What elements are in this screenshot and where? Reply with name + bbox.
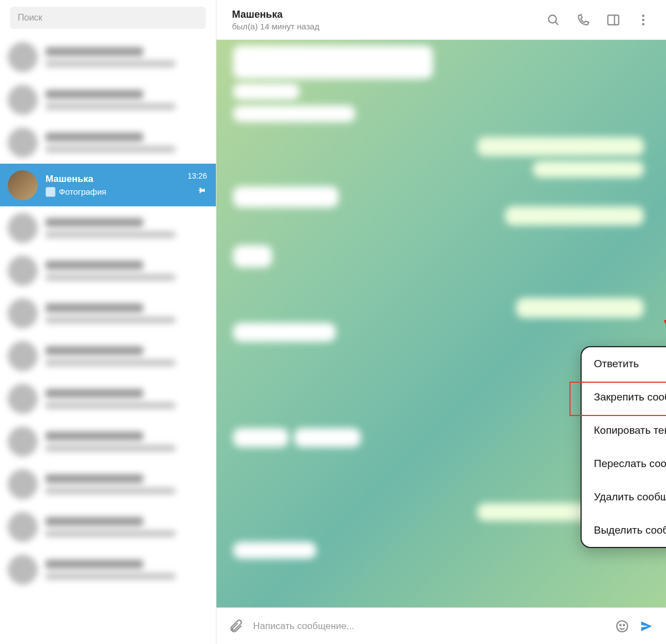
sidebar: Машенька Фотография 13:26 xyxy=(0,0,216,644)
chat-subtitle-text: Фотография xyxy=(59,187,106,196)
context-menu: Ответить Закрепить сообщение Копировать … xyxy=(581,346,666,548)
svg-point-5 xyxy=(642,18,644,21)
chat-body[interactable]: Ответить Закрепить сообщение Копировать … xyxy=(216,40,666,607)
message-bubble xyxy=(233,105,355,122)
message-bubble xyxy=(477,137,644,156)
chat-main: Машенька был(а) 14 минут назад xyxy=(216,0,666,644)
message-bubble xyxy=(516,298,644,318)
message-bubble xyxy=(233,83,300,100)
chat-time: 13:26 xyxy=(188,171,207,180)
chat-item-blurred xyxy=(0,292,216,334)
chat-list[interactable]: Машенька Фотография 13:26 xyxy=(0,36,216,644)
chat-item-blurred xyxy=(0,36,216,78)
svg-point-0 xyxy=(548,15,556,23)
call-icon[interactable] xyxy=(576,13,591,27)
chat-item-blurred xyxy=(0,420,216,463)
chat-item-blurred xyxy=(0,78,216,121)
more-icon[interactable] xyxy=(636,13,650,27)
message-bubble xyxy=(533,161,644,178)
svg-line-1 xyxy=(556,22,558,24)
chat-header: Машенька был(а) 14 минут назад xyxy=(216,0,666,40)
pin-icon xyxy=(197,186,206,197)
message-bubble xyxy=(233,542,316,559)
chat-item-blurred xyxy=(0,334,216,377)
chat-item-blurred xyxy=(0,505,216,548)
header-actions xyxy=(546,13,650,27)
chat-item-blurred xyxy=(0,206,216,249)
message-bubble xyxy=(233,45,433,79)
app-root: Машенька Фотография 13:26 xyxy=(0,0,666,644)
ctx-item-delete[interactable]: Удалить сообщение xyxy=(582,480,666,514)
ctx-item-forward[interactable]: Переслать сообщение xyxy=(582,447,666,480)
chat-name: Машенька xyxy=(46,174,208,185)
search-input[interactable] xyxy=(10,7,206,29)
chat-status: был(а) 14 минут назад xyxy=(232,22,546,31)
message-bubble xyxy=(233,245,272,267)
photo-icon xyxy=(46,187,56,197)
ctx-item-select[interactable]: Выделить сообщение xyxy=(582,514,666,547)
attach-icon[interactable] xyxy=(229,619,243,633)
svg-point-9 xyxy=(617,621,628,632)
ctx-item-reply[interactable]: Ответить xyxy=(582,347,666,381)
svg-point-11 xyxy=(623,624,624,625)
svg-point-6 xyxy=(642,23,644,25)
annotation-arrow-icon xyxy=(662,220,666,353)
message-bubble xyxy=(233,323,336,342)
search-icon[interactable] xyxy=(546,13,561,27)
chat-item-blurred xyxy=(0,548,216,591)
chat-item-blurred xyxy=(0,249,216,292)
message-input[interactable] xyxy=(253,621,605,632)
chat-item-blurred xyxy=(0,121,216,164)
chat-subtitle: Фотография xyxy=(46,187,208,197)
ctx-item-copy[interactable]: Копировать текст xyxy=(582,414,666,447)
message-bubble xyxy=(233,186,339,207)
search-wrap xyxy=(0,0,216,36)
message-bubble xyxy=(233,428,289,447)
svg-point-10 xyxy=(620,624,621,625)
svg-rect-2 xyxy=(608,15,619,24)
ctx-item-pin[interactable]: Закрепить сообщение xyxy=(582,381,666,414)
chat-item-selected[interactable]: Машенька Фотография 13:26 xyxy=(0,164,216,206)
avatar xyxy=(8,170,38,200)
chat-item-blurred xyxy=(0,377,216,420)
composer xyxy=(216,607,666,644)
svg-point-4 xyxy=(642,14,644,17)
send-icon[interactable] xyxy=(639,619,654,633)
message-bubble xyxy=(294,428,361,447)
emoji-icon[interactable] xyxy=(615,619,629,633)
sidepanel-icon[interactable] xyxy=(606,13,620,27)
chat-item-blurred xyxy=(0,463,216,505)
message-bubble xyxy=(505,206,644,225)
chat-title[interactable]: Машенька xyxy=(232,9,546,21)
